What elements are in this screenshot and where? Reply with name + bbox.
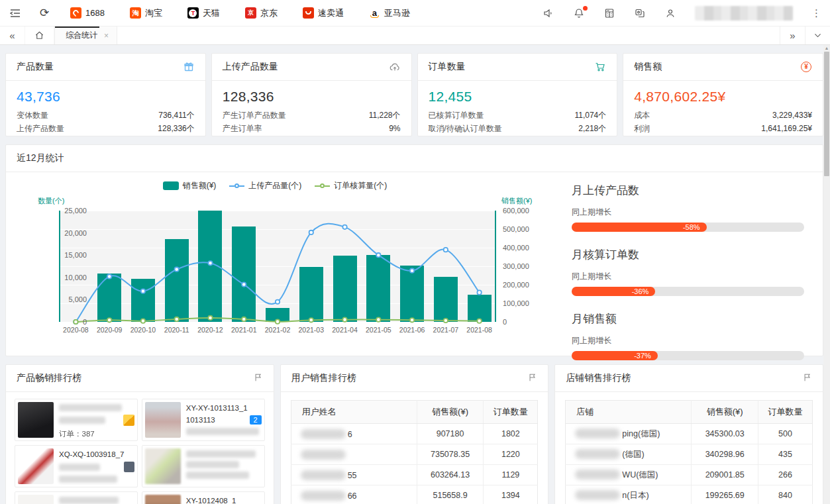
panel-title: 用户销售排行榜 (291, 372, 356, 384)
legend-orders[interactable]: 订单核算量(个) (315, 180, 387, 191)
table-row[interactable]: 735078.351220 (291, 444, 538, 465)
kebab-menu-icon[interactable]: ⋮ (811, 11, 821, 15)
product-image (145, 495, 181, 504)
tab-tmall[interactable]: T 天猫 (187, 7, 220, 19)
growth-bar-track: -36% (572, 287, 804, 296)
growth-item-sales: 月销售额 同上期增长 -37% (572, 311, 804, 360)
stat-card-title: 产品数量 (17, 61, 54, 73)
stat-card-title: 上传产品数量 (223, 61, 278, 73)
stat-card-value: 43,736 (6, 81, 205, 109)
scroll-up-arrow[interactable]: ▲ (823, 46, 830, 51)
stat-row-label: 上传产品数量 (17, 123, 64, 134)
left-tick: 25,000 (47, 207, 87, 215)
tab-aliexpress[interactable]: 速卖通 (303, 7, 344, 19)
stat-card-uploads: 上传产品数量 128,336 产生订单产品数量11,228个 产生订单率9% (211, 53, 412, 136)
product-card[interactable]: XY-XY-1013113_1 10131132 (142, 399, 265, 441)
shop-ranking-table: 店铺 销售额(¥) 订单数量 ping(德国) 345300.03500 (德国… (565, 400, 813, 504)
col-header: 销售额(¥) (417, 401, 484, 424)
username-redacted[interactable] (695, 6, 793, 21)
product-card[interactable]: 订单：387 (15, 399, 138, 441)
growth-title: 月销售额 (572, 311, 804, 327)
scrollbar-thumb[interactable] (824, 52, 829, 176)
right-tick: 600,000 (503, 207, 549, 215)
growth-title: 月核算订单数 (572, 247, 804, 262)
expand-tabs-icon[interactable]: » (780, 26, 805, 44)
home-icon[interactable] (25, 26, 54, 44)
tab-jd-label: 京东 (260, 7, 278, 19)
x-label: 2021-01 (227, 326, 261, 334)
x-label: 2021-08 (462, 326, 496, 334)
gift-icon (183, 61, 195, 73)
legend-uploads[interactable]: 上传产品量(个) (229, 180, 301, 191)
stat-row-value: 2,218个 (578, 123, 606, 134)
left-axis-title: 数量(个) (38, 196, 64, 206)
product-image (18, 495, 54, 504)
vertical-scrollbar[interactable]: ▲ (823, 45, 830, 504)
legend-sales-label: 销售额(¥) (183, 180, 217, 191)
tab-1688[interactable]: 1688 (70, 7, 105, 19)
tab-aliexpress-label: 速卖通 (318, 7, 344, 19)
redacted-name (301, 429, 346, 439)
x-label: 2021-03 (294, 326, 328, 334)
growth-subtitle: 同上期增长 (572, 271, 804, 282)
notification-badge (583, 6, 588, 11)
stat-row-value: 736,411个 (158, 109, 195, 121)
table-row[interactable]: 55 603264.131129 (291, 465, 538, 485)
table-row[interactable]: ping(德国) 345300.03500 (566, 424, 813, 444)
stat-card-products: 产品数量 43,736 变体数量736,411个 上传产品数量128,336个 (5, 53, 206, 136)
tab-amazon[interactable]: a 亚马逊 (369, 7, 410, 19)
legend-orders-label: 订单核算量(个) (334, 180, 387, 191)
col-header: 店铺 (566, 401, 692, 424)
stat-row-value: 3,229,433¥ (772, 109, 812, 121)
tab-taobao-label: 淘宝 (145, 7, 162, 19)
yuan-icon: ¥ (800, 61, 812, 73)
asset-cards-icon[interactable] (634, 7, 646, 19)
flag-icon[interactable] (803, 373, 812, 384)
chevron-down-icon[interactable] (805, 26, 830, 44)
growth-bar-fill: -36% (572, 287, 655, 296)
x-label: 2021-02 (261, 326, 295, 334)
flag-icon[interactable] (254, 373, 263, 384)
redacted-name (575, 470, 620, 479)
stat-row-value: 1,641,169.25¥ (761, 123, 812, 134)
product-card[interactable] (15, 491, 138, 504)
right-tick: 100,000 (503, 299, 549, 307)
stat-card-title: 订单数量 (429, 61, 466, 73)
table-row[interactable]: n(日本) 199265.69840 (566, 485, 813, 504)
table-row[interactable]: (德国) 340298.96435 (566, 444, 813, 465)
taobao-icon: 淘 (130, 7, 141, 19)
x-label: 2021-06 (395, 326, 429, 334)
x-label: 2021-07 (429, 326, 462, 334)
legend-sales[interactable]: 销售额(¥) (163, 180, 217, 191)
right-tick: 300,000 (503, 262, 549, 270)
monthly-stats-panel: 近12月统计 销售额(¥) 上传产品量(个) (5, 144, 823, 356)
tab-jd[interactable]: 京 京东 (245, 7, 278, 19)
growth-subtitle: 同上期增长 (572, 207, 804, 218)
table-row[interactable]: 6 9071801802 (291, 424, 538, 444)
user-ranking-panel: 用户销售排行榜 用户姓名 销售额(¥) 订单数量 (280, 364, 549, 504)
collapse-tabs-icon[interactable]: « (0, 26, 25, 44)
refresh-icon[interactable]: ⟳ (38, 7, 50, 19)
table-row[interactable]: 66 515658.91394 (291, 485, 538, 504)
menu-fold-icon[interactable] (9, 7, 21, 19)
table-row[interactable]: WU(德国) 209001.85266 (566, 465, 813, 485)
stat-row-value: 9% (389, 123, 400, 134)
shop-ranking-panel: 店铺销售排行榜 店铺 销售额(¥) 订单数量 (554, 364, 823, 504)
legend-uploads-marker (229, 183, 244, 188)
close-icon[interactable]: × (104, 31, 109, 40)
flag-icon[interactable] (528, 373, 537, 384)
tab-statistics[interactable]: 综合统计 × (54, 26, 117, 44)
col-header: 销售额(¥) (692, 401, 758, 424)
notification-bell-icon[interactable] (573, 7, 585, 19)
announcement-icon[interactable] (543, 7, 554, 19)
profile-icon[interactable] (664, 7, 676, 19)
growth-bar-fill: -37% (572, 351, 658, 360)
product-card[interactable] (142, 445, 265, 487)
marketplace-tabs: 1688 淘 淘宝 T 天猫 京 京东 速卖通 a 亚马逊 (70, 7, 410, 19)
calculator-icon[interactable] (603, 7, 615, 19)
product-card[interactable]: XQ-XQ-1003918_7 (15, 445, 138, 487)
rank-badge (124, 462, 134, 472)
product-card[interactable]: XY-1012408_1 (142, 491, 265, 504)
tab-taobao[interactable]: 淘 淘宝 (130, 7, 162, 19)
chart-plot[interactable] (59, 211, 496, 322)
